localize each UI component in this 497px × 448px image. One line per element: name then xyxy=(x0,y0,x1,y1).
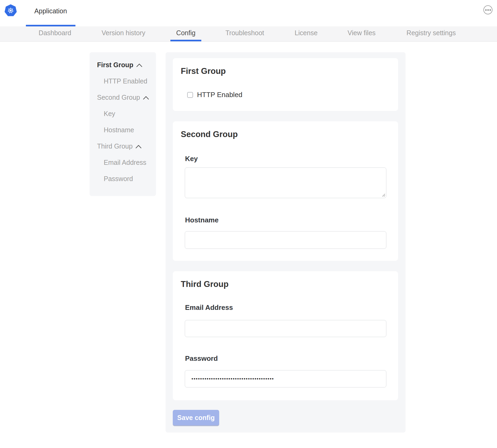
group-title-second: Second Group xyxy=(181,129,238,139)
app-tab-label: Application xyxy=(34,7,67,15)
tab-license[interactable]: License xyxy=(295,27,318,41)
sidebar-item-http-enabled[interactable]: HTTP Enabled xyxy=(90,73,156,89)
email-address-input[interactable] xyxy=(185,320,386,337)
sidebar-group-second-group[interactable]: Second Group xyxy=(90,89,156,106)
hostname-label: Hostname xyxy=(185,216,219,224)
tab-registry-settings[interactable]: Registry settings xyxy=(407,27,456,41)
active-app-tab-underline xyxy=(26,25,75,26)
active-tab-underline xyxy=(170,40,201,41)
email-address-label: Email Address xyxy=(185,304,233,311)
chevron-up-icon xyxy=(143,96,149,100)
sidebar-item-key[interactable]: Key xyxy=(90,106,156,122)
tab-troubleshoot[interactable]: Troubleshoot xyxy=(226,27,264,41)
app-nav-tab-application[interactable]: Application xyxy=(26,0,75,27)
config-group-card-second: Second Group Key Hostname xyxy=(173,121,398,261)
key-label: Key xyxy=(185,155,198,162)
sidebar-group-first-group[interactable]: First Group xyxy=(90,57,156,73)
config-group-card-third: Third Group Email Address Password xyxy=(173,271,398,400)
http-enabled-checkbox-row[interactable]: HTTP Enabled xyxy=(187,91,242,99)
config-panel: First Group HTTP Enabled Second Group Ke… xyxy=(166,52,406,433)
chevron-up-icon xyxy=(135,145,142,149)
key-field-wrap xyxy=(185,167,386,198)
save-config-button[interactable]: Save config xyxy=(173,410,219,425)
sidebar-group-third-group[interactable]: Third Group xyxy=(90,138,156,154)
tab-config[interactable]: Config xyxy=(176,27,195,41)
tab-version-history[interactable]: Version history xyxy=(102,27,145,41)
ellipsis-icon xyxy=(485,9,487,11)
sidebar-item-email-address[interactable]: Email Address xyxy=(90,154,156,171)
password-label: Password xyxy=(185,355,218,362)
group-title-first: First Group xyxy=(181,66,226,76)
top-bar: Application xyxy=(0,0,497,27)
config-sidebar: First Group HTTP Enabled Second Group Ke… xyxy=(90,52,156,196)
sidebar-item-password[interactable]: Password xyxy=(90,171,156,187)
password-input[interactable] xyxy=(185,370,386,387)
config-group-card-first: First Group HTTP Enabled xyxy=(173,58,398,111)
hostname-input[interactable] xyxy=(185,231,386,249)
http-enabled-label: HTTP Enabled xyxy=(197,91,242,99)
group-title-third: Third Group xyxy=(181,279,229,289)
chevron-up-icon xyxy=(136,63,142,67)
kubernetes-logo-icon xyxy=(5,4,17,17)
http-enabled-checkbox[interactable] xyxy=(187,92,193,98)
app-subnav: Dashboard Version history Config Trouble… xyxy=(0,27,497,42)
tab-view-files[interactable]: View files xyxy=(347,27,375,41)
more-menu-button[interactable] xyxy=(483,5,492,14)
key-textarea[interactable] xyxy=(185,167,386,198)
sidebar-item-hostname[interactable]: Hostname xyxy=(90,122,156,138)
tab-dashboard[interactable]: Dashboard xyxy=(39,27,71,41)
